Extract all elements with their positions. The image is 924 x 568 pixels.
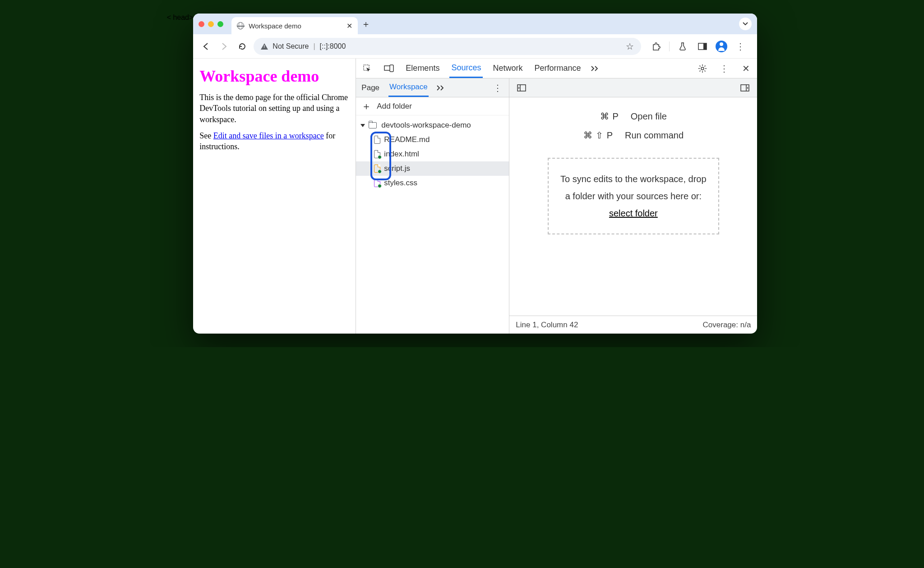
page-paragraph-2: See Edit and save files in a workspace f…	[199, 130, 349, 152]
tab-strip: Workspace demo ✕ ＋	[193, 14, 757, 34]
select-folder-link[interactable]: select folder	[609, 208, 658, 218]
file-icon	[374, 179, 380, 187]
device-toolbar-button[interactable]	[382, 62, 396, 75]
devtools-close-button[interactable]: ✕	[739, 62, 753, 75]
file-icon	[374, 150, 380, 158]
bookmark-star-icon[interactable]: ☆	[626, 41, 634, 52]
instructions-link[interactable]: Edit and save files in a workspace	[213, 131, 324, 140]
browser-toolbar: Not Secure | [::]:8000 ☆ ⋮	[193, 34, 757, 59]
file-icon	[374, 136, 380, 144]
tree-file-script[interactable]: script.js	[356, 161, 509, 176]
svg-rect-1	[703, 43, 707, 50]
security-label: Not Secure	[273, 42, 309, 50]
more-subtabs-button[interactable]	[437, 85, 445, 91]
svg-rect-7	[741, 85, 749, 91]
workspace-dropzone[interactable]: To sync edits to the workspace, drop a f…	[548, 158, 719, 234]
tab-sources[interactable]: Sources	[449, 63, 483, 78]
devtools-settings-button[interactable]	[696, 62, 709, 75]
svg-rect-6	[517, 85, 526, 91]
subtab-page[interactable]: Page	[360, 83, 380, 96]
navigator-menu-button[interactable]: ⋮	[491, 81, 504, 95]
back-button[interactable]	[199, 40, 213, 53]
browser-window: Workspace demo ✕ ＋ Not Secure | [::]:800…	[193, 14, 757, 334]
add-folder-button[interactable]: ＋ Add folder	[356, 97, 509, 115]
panel-toggle-button[interactable]	[696, 40, 709, 53]
tab-list-button[interactable]	[739, 18, 752, 30]
svg-rect-4	[390, 65, 393, 72]
window-controls	[199, 21, 223, 27]
subtab-workspace[interactable]: Workspace	[388, 82, 429, 97]
command-hints: ⌘ P Open file ⌘ ⇧ P Run command To sync …	[509, 97, 757, 316]
content-area: Workspace demo This is the demo page for…	[193, 59, 757, 334]
sources-subtabs: Page Workspace ⋮	[356, 78, 509, 97]
forward-button[interactable]	[217, 40, 231, 53]
tab-elements[interactable]: Elements	[404, 64, 441, 77]
tab-network[interactable]: Network	[491, 64, 524, 77]
url-text: [::]:8000	[320, 42, 346, 50]
rendered-page: Workspace demo This is the demo page for…	[193, 59, 356, 334]
tree-folder-root[interactable]: devtools-workspace-demo	[356, 118, 509, 133]
tab-title: Workspace demo	[249, 22, 301, 30]
warning-icon	[261, 43, 268, 50]
chevron-down-icon	[743, 22, 748, 26]
caret-down-icon	[360, 124, 365, 127]
tab-performance[interactable]: Performance	[532, 64, 582, 77]
devtools-tabbar: Elements Sources Network Performance ⋮ ✕	[356, 59, 757, 78]
maximize-window-button[interactable]	[217, 21, 223, 27]
new-tab-button[interactable]: ＋	[358, 16, 374, 32]
inspect-element-button[interactable]	[360, 62, 374, 75]
browser-tab[interactable]: Workspace demo ✕	[231, 17, 358, 34]
separator	[669, 41, 670, 51]
browser-menu-button[interactable]: ⋮	[734, 40, 747, 53]
sync-dot-icon	[378, 184, 382, 188]
more-tabs-button[interactable]	[591, 66, 599, 71]
sync-dot-icon	[378, 169, 382, 174]
globe-icon	[237, 22, 244, 29]
close-tab-button[interactable]: ✕	[346, 22, 352, 30]
chevrons-right-icon	[591, 66, 599, 71]
folder-icon	[369, 122, 377, 128]
devtools-panel: Elements Sources Network Performance ⋮ ✕	[356, 59, 757, 334]
sources-editor: ⌘ P Open file ⌘ ⇧ P Run command To sync …	[509, 78, 757, 334]
sources-navigator: Page Workspace ⋮ ＋ Add folder	[356, 78, 509, 334]
extensions-button[interactable]	[649, 40, 663, 53]
page-heading: Workspace demo	[199, 67, 349, 86]
file-icon	[374, 165, 380, 173]
tree-file-index[interactable]: index.html	[356, 147, 509, 161]
address-bar[interactable]: Not Secure | [::]:8000 ☆	[254, 38, 641, 55]
page-paragraph-1: This is the demo page for the official C…	[199, 92, 349, 125]
gear-icon	[698, 64, 707, 73]
tree-file-styles[interactable]: styles.css	[356, 176, 509, 190]
toolbar-actions: ⋮	[646, 40, 751, 53]
minimize-window-button[interactable]	[208, 21, 214, 27]
labs-button[interactable]	[676, 40, 689, 53]
tree-file-readme[interactable]: README.md	[356, 133, 509, 147]
sync-dot-icon	[378, 155, 382, 159]
hint-run-command: ⌘ ⇧ P Run command	[583, 130, 684, 141]
devtools-menu-button[interactable]: ⋮	[717, 62, 731, 75]
close-window-button[interactable]	[199, 21, 204, 27]
coverage-status: Coverage: n/a	[703, 321, 751, 330]
file-tree: devtools-workspace-demo README.md index.…	[356, 115, 509, 193]
svg-point-5	[701, 67, 704, 70]
reload-button[interactable]	[236, 40, 249, 53]
editor-statusbar: Line 1, Column 42 Coverage: n/a	[509, 316, 757, 334]
cursor-position: Line 1, Column 42	[516, 321, 578, 330]
profile-button[interactable]	[716, 41, 727, 52]
show-debugger-button[interactable]	[738, 81, 752, 95]
editor-toolbar	[509, 78, 757, 97]
hint-open-file: ⌘ P Open file	[600, 111, 667, 122]
devtools-body: Page Workspace ⋮ ＋ Add folder	[356, 78, 757, 334]
show-navigator-button[interactable]	[515, 81, 528, 95]
